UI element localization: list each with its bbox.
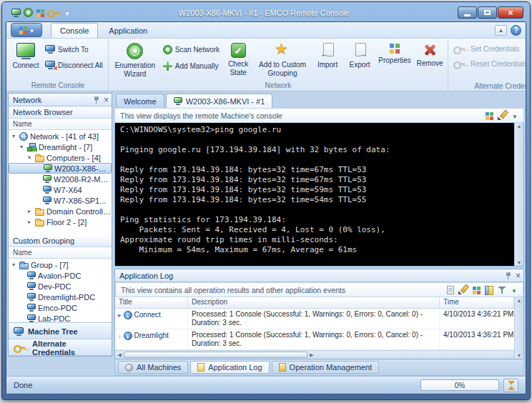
remove-button[interactable]: Remove [414,41,445,69]
qat-connect-icon[interactable] [11,9,21,17]
tab-remote-console[interactable]: W2003-X86-MKVI - #1 [166,94,273,108]
pin-icon[interactable] [94,96,100,104]
tree-expander-icon[interactable]: ▸ [26,219,33,225]
tree-item[interactable]: W2008-R2-MKIV [9,174,112,184]
scroll-up-icon[interactable]: ▲ [517,298,522,303]
qat-credentials-icon[interactable] [47,9,59,16]
filter-dropdown-icon[interactable] [511,111,518,120]
tree-item[interactable]: ▾Dreamlight - [7] [9,141,112,152]
tab-welcome[interactable]: Welcome [116,94,164,108]
row-child-arrow-icon[interactable]: ↓ [118,332,122,340]
help-icon[interactable]: ? [511,25,521,36]
enumeration-wizard-button[interactable]: Enumeration Wizard [111,41,159,79]
scroll-left-icon[interactable]: ◀ [115,352,124,358]
ribbon-tab-console[interactable]: Console [51,23,98,38]
console-scrollbar[interactable]: ▲▼ [514,123,523,266]
layout-icon[interactable] [472,286,481,294]
scrollbar-thumb[interactable] [124,352,307,358]
edit-icon[interactable] [498,111,507,120]
tree-item[interactable]: Dev-PDC [9,281,112,292]
tree-item[interactable]: ▾Computers - [4] [9,152,112,163]
import-button[interactable]: Import [312,41,343,70]
log-row[interactable]: ▸ConnectProcessed: 1 Console (Successful… [115,309,514,329]
column-description[interactable]: Description [188,297,440,308]
application-menu-button[interactable] [11,23,42,37]
scan-network-button[interactable]: Scan Network [160,44,222,55]
tree-item-label: Computers - [4] [46,154,101,162]
tree-item[interactable]: ▸Floor 2 - [2] [9,217,112,227]
scroll-down-icon[interactable]: ▼ [517,353,522,358]
minimize-button[interactable] [458,6,477,19]
close-panel-icon[interactable]: × [516,272,521,280]
add-manually-button[interactable]: Add Manually [160,61,222,71]
folder-icon [35,220,44,227]
edit-icon[interactable] [458,285,468,294]
tree-expander-icon[interactable]: ▾ [10,262,17,268]
tree-item[interactable]: Avalon-PDC [9,270,112,281]
busy-indicator-button[interactable] [503,379,518,392]
qat-properties-icon[interactable] [36,9,44,17]
close-panel-icon[interactable]: × [104,96,109,104]
tree-expander-icon[interactable]: ▾ [10,133,17,139]
titlebar[interactable]: W2003-X86-MKVI - #1 - EMCO Remote Consol… [6,2,526,21]
check-state-button[interactable]: Check State [223,41,253,77]
qat-menu-dropdown-icon[interactable] [64,9,70,17]
filter-dropdown-icon[interactable] [511,286,518,294]
custom-grouping-header[interactable]: Custom Grouping [9,235,112,247]
tree-item[interactable]: W7-X64 [9,184,112,195]
tree-item[interactable]: ▾Network - [41 of 43] [9,131,112,141]
filter-icon[interactable] [498,286,506,294]
set-credentials-button[interactable]: Set Credentials [450,44,526,54]
switch-to-button[interactable]: Switch To [42,44,106,54]
tree-expander-icon[interactable]: ▾ [26,154,33,161]
qat-enumeration-wizard-icon[interactable] [24,8,33,17]
pin-icon[interactable] [506,272,512,280]
tree-item[interactable]: ▾Group - [7] [9,259,112,270]
network-panel-header[interactable]: Network × [9,94,112,106]
group-icon [19,263,29,269]
tree-item[interactable]: Lab-PDC [9,313,112,322]
console-view-icon[interactable] [485,111,493,120]
tab-row-right: ▲ ? [495,25,521,38]
properties-button[interactable]: Properties [376,41,413,66]
network-browser-header[interactable]: Network Browser [9,106,112,119]
tree-item[interactable]: Dreamlight-PDC [9,292,112,302]
columns-icon[interactable] [485,286,493,294]
application-log-header[interactable]: Application Log × [115,269,523,282]
maximize-button[interactable] [478,6,497,19]
column-time[interactable]: Time [440,297,514,308]
tree-item[interactable]: W2003-X86-M... [9,163,112,174]
tab-operation-management[interactable]: Operation Management [272,361,380,374]
collapse-ribbon-icon[interactable]: ▲ [495,25,507,36]
tree-item[interactable]: W7-X86-SP1... [9,195,112,206]
tree-item-label: Dev-PDC [38,282,71,291]
close-button[interactable]: × [498,6,523,19]
console-output[interactable]: C:\WINDOWS\system32>ping google.ru Pingi… [115,123,514,266]
name-column-header[interactable]: Name [9,247,112,259]
log-row[interactable]: ↓DreamlightProcessed: 1 Console (Success… [115,329,514,350]
save-icon[interactable] [447,286,454,294]
tab-application-log[interactable]: Application Log [190,361,269,374]
tree-expander-icon[interactable]: ▾ [18,144,25,150]
disconnect-all-button[interactable]: × Disconnect All [42,60,106,70]
name-column-header[interactable]: Name [9,119,112,130]
reset-credentials-button[interactable]: Reset Credentials [450,59,526,69]
tab-all-machines[interactable]: All Machines [118,361,188,374]
export-button[interactable]: Export [344,41,375,70]
alternate-credentials-nav-button[interactable]: Alternate Credentials [9,339,112,356]
tree-item[interactable]: ▸Domain Controller... [9,206,112,217]
ribbon-tab-application[interactable]: Application [99,23,157,38]
connect-button[interactable]: Connect [10,41,41,71]
machine-tree-button[interactable]: Machine Tree [9,323,112,339]
scroll-up-icon[interactable]: ▲ [517,124,522,129]
tree-item[interactable]: Emco-PDC [9,302,112,313]
scroll-down-icon[interactable]: ▼ [517,260,522,265]
add-to-custom-grouping-button[interactable]: Add to Custom Grouping [254,41,311,78]
horizontal-scrollbar[interactable]: ◀ ▶ [115,350,514,359]
app-logo-icon [19,26,27,34]
scroll-right-icon[interactable]: ▶ [307,352,316,358]
column-title[interactable]: Title [115,297,188,308]
row-expander-icon[interactable]: ▸ [118,311,122,319]
log-scrollbar[interactable]: ▲▼ [514,297,523,359]
tree-expander-icon[interactable]: ▸ [26,208,33,214]
